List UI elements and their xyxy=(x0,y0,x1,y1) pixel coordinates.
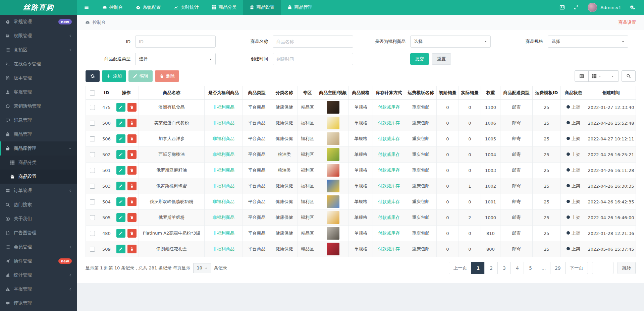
page-size-select[interactable]: 10 xyxy=(193,263,212,273)
product-image[interactable] xyxy=(327,211,339,224)
product-image[interactable] xyxy=(327,227,339,240)
jump-page-input[interactable] xyxy=(592,262,613,274)
sidebar-item-9[interactable]: 商品库管理 xyxy=(0,141,77,156)
nav-item-2[interactable]: 实时统计 xyxy=(167,0,205,15)
filter-select[interactable]: 选择 xyxy=(548,36,628,48)
delete-row-button[interactable] xyxy=(127,182,137,190)
delete-row-button[interactable] xyxy=(127,134,137,143)
sidebar-item-3[interactable]: 在线命令管理 xyxy=(0,57,77,71)
sidebar-item-16[interactable]: 统计管理 xyxy=(0,268,77,282)
user-menu[interactable]: Admin:v1 xyxy=(588,3,621,12)
next-page-button[interactable]: 下一页 xyxy=(565,262,588,274)
page-button-29[interactable]: 29 xyxy=(550,262,565,274)
sidebar-subitem-0[interactable]: 商品分类 xyxy=(0,156,77,170)
settings-cogs-icon[interactable] xyxy=(630,5,635,10)
edit-row-button[interactable] xyxy=(116,103,125,112)
breadcrumb-page-link[interactable]: 商品设置 xyxy=(619,19,636,25)
sidebar-item-11[interactable]: 热门搜索 xyxy=(0,198,77,212)
product-image[interactable] xyxy=(327,148,339,161)
row-checkbox[interactable] xyxy=(90,168,95,173)
nav-item-0[interactable]: 控制台 xyxy=(96,0,129,15)
product-image[interactable] xyxy=(327,243,339,255)
sidebar-item-8[interactable]: 商品管理 xyxy=(0,127,77,141)
submit-button[interactable]: 提交 xyxy=(410,53,429,65)
edit-row-button[interactable] xyxy=(116,245,125,253)
row-checkbox[interactable] xyxy=(90,247,95,252)
sidebar-item-10[interactable]: 订单管理 xyxy=(0,184,77,198)
search-toggle-button[interactable] xyxy=(622,70,636,82)
product-image[interactable] xyxy=(327,117,339,129)
product-image[interactable] xyxy=(327,101,339,114)
page-button-5[interactable]: 5 xyxy=(524,262,537,274)
sidebar-item-18[interactable]: 评论管理 xyxy=(0,296,77,310)
filter-input[interactable] xyxy=(135,36,216,48)
sidebar-subitem-1[interactable]: 商品设置 xyxy=(0,170,77,184)
filter-input[interactable] xyxy=(273,53,353,65)
page-button-2[interactable]: 2 xyxy=(484,262,498,274)
delete-row-button[interactable] xyxy=(127,229,137,238)
row-checkbox[interactable] xyxy=(90,105,95,110)
filter-select[interactable]: 选择 xyxy=(135,53,216,65)
sidebar-item-15[interactable]: 插件管理new xyxy=(0,254,77,268)
edit-row-button[interactable] xyxy=(116,229,125,238)
sidebar-item-1[interactable]: 权限管理 xyxy=(0,29,77,43)
sidebar-item-5[interactable]: 客服管理 xyxy=(0,85,77,99)
product-image[interactable] xyxy=(327,180,339,192)
language-icon[interactable] xyxy=(559,5,565,10)
select-all-checkbox[interactable] xyxy=(90,90,95,96)
toggle-view-button[interactable] xyxy=(575,70,589,82)
delete-row-button[interactable] xyxy=(127,119,137,127)
row-checkbox[interactable] xyxy=(90,231,95,236)
nav-item-5[interactable]: 商品管理 xyxy=(281,0,319,15)
sidebar-item-12[interactable]: 关于我们 xyxy=(0,212,77,226)
delete-button[interactable]: 删除 xyxy=(155,70,179,82)
sidebar-item-0[interactable]: 常规管理new xyxy=(0,15,77,29)
jump-button[interactable]: 跳转 xyxy=(618,262,636,274)
edit-row-button[interactable] xyxy=(116,213,125,222)
refresh-button[interactable] xyxy=(86,70,100,82)
sidebar-item-2[interactable]: 竞拍区 xyxy=(0,43,77,57)
add-button[interactable]: 添加 xyxy=(102,70,126,82)
filter-select[interactable]: 选择 xyxy=(410,36,491,48)
row-checkbox[interactable] xyxy=(90,121,95,126)
page-button-4[interactable]: 4 xyxy=(511,262,524,274)
sidebar-item-17[interactable]: 举报管理 xyxy=(0,282,77,296)
page-button-1[interactable]: 1 xyxy=(471,262,485,274)
edit-row-button[interactable] xyxy=(116,119,125,127)
edit-row-button[interactable] xyxy=(116,182,125,190)
nav-item-1[interactable]: 系统配置 xyxy=(129,0,167,15)
edit-row-button[interactable] xyxy=(116,134,125,143)
page-button-3[interactable]: 3 xyxy=(497,262,511,274)
sidebar-item-4[interactable]: 版本管理 xyxy=(0,71,77,85)
sidebar-item-6[interactable]: 营销活动管理 xyxy=(0,99,77,113)
row-checkbox[interactable] xyxy=(90,215,95,220)
delete-row-button[interactable] xyxy=(127,213,137,222)
sidebar-item-7[interactable]: 消息管理 xyxy=(0,113,77,127)
edit-row-button[interactable] xyxy=(116,166,125,175)
filter-input[interactable] xyxy=(273,36,353,48)
sidebar-item-14[interactable]: 会员管理 xyxy=(0,240,77,254)
reset-button[interactable]: 重置 xyxy=(432,53,451,65)
row-checkbox[interactable] xyxy=(90,199,95,204)
delete-row-button[interactable] xyxy=(127,245,137,253)
row-checkbox[interactable] xyxy=(90,136,95,141)
row-checkbox[interactable] xyxy=(90,152,95,157)
delete-row-button[interactable] xyxy=(127,150,137,159)
delete-row-button[interactable] xyxy=(127,197,137,206)
edit-button[interactable]: 编辑 xyxy=(128,70,153,82)
fullscreen-icon[interactable] xyxy=(574,5,579,10)
product-image[interactable] xyxy=(327,195,339,208)
edit-row-button[interactable] xyxy=(116,197,125,206)
delete-row-button[interactable] xyxy=(127,166,137,175)
product-image[interactable] xyxy=(327,132,339,145)
product-image[interactable] xyxy=(327,164,339,177)
sidebar-item-13[interactable]: 广告图管理 xyxy=(0,226,77,240)
export-button[interactable] xyxy=(605,70,619,82)
edit-row-button[interactable] xyxy=(116,150,125,159)
nav-item-4[interactable]: 商品设置 xyxy=(243,0,281,15)
row-checkbox[interactable] xyxy=(90,184,95,189)
breadcrumb-location[interactable]: 控制台 xyxy=(93,19,106,25)
sidebar-toggle-button[interactable] xyxy=(77,0,96,15)
nav-item-3[interactable]: 商品分类 xyxy=(205,0,243,15)
delete-row-button[interactable] xyxy=(127,103,137,112)
